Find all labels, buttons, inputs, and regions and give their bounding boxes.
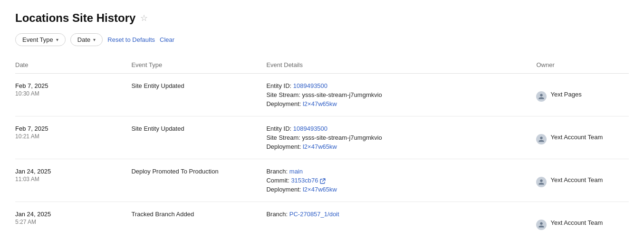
event-type-cell: Site Entity Updated [125, 116, 260, 159]
detail-line: Branch: main [266, 168, 525, 175]
detail-value: ysss-site-stream-j7umgmkvio [302, 134, 382, 141]
detail-line: Site Stream: ysss-site-stream-j7umgmkvio [266, 91, 525, 98]
owner-name: Yext Account Team [550, 219, 603, 226]
table-row: Feb 7, 2025 10:30 AM Site Entity Updated… [15, 74, 629, 116]
date-value: Jan 24, 2025 [15, 211, 120, 218]
date-value: Feb 7, 2025 [15, 82, 120, 89]
col-header-owner: Owner [530, 58, 629, 74]
date-value: Feb 7, 2025 [15, 125, 120, 132]
date-label: Date [77, 36, 90, 43]
detail-line: Entity ID: 1089493500 [266, 125, 525, 132]
event-type-cell: Tracked Branch Added [125, 202, 260, 239]
table-header-row: Date Event Type Event Details Owner [15, 58, 629, 74]
detail-label: Branch: [266, 168, 289, 175]
event-type-cell: Deploy Promoted To Production [125, 159, 260, 202]
col-header-event-details: Event Details [260, 58, 530, 74]
event-details-cell: Branch: mainCommit: 3153cb76Deployment: … [260, 159, 530, 202]
detail-line: Commit: 3153cb76 [266, 177, 525, 184]
detail-label: Deployment: [266, 143, 303, 150]
date-cell: Feb 7, 2025 10:21 AM [15, 116, 125, 159]
detail-link[interactable]: 1089493500 [293, 125, 327, 132]
detail-link[interactable]: PC-270857_1/doit [289, 211, 339, 218]
filter-row: Event Type ▾ Date ▾ Reset to Defaults Cl… [15, 33, 629, 46]
history-table: Date Event Type Event Details Owner Feb … [15, 58, 629, 239]
time-value: 10:21 AM [15, 133, 120, 140]
detail-line: Site Stream: ysss-site-stream-j7umgmkvio [266, 134, 525, 141]
detail-label: Commit: [266, 177, 291, 184]
detail-link[interactable]: l2×47w65kw [303, 186, 337, 193]
detail-line: Deployment: l2×47w65kw [266, 143, 525, 150]
external-link-icon [318, 177, 326, 184]
detail-line: Deployment: l2×47w65kw [266, 186, 525, 193]
avatar [536, 177, 547, 187]
detail-label: Entity ID: [266, 82, 293, 89]
event-type-label: Event Type [22, 36, 53, 43]
clear-button[interactable]: Clear [160, 36, 174, 43]
owner-name: Yext Pages [550, 91, 581, 98]
avatar [536, 91, 547, 102]
detail-line: Branch: PC-270857_1/doit [266, 211, 525, 218]
detail-link[interactable]: main [289, 168, 303, 175]
event-details-cell: Entity ID: 1089493500Site Stream: ysss-s… [260, 74, 530, 116]
detail-label: Entity ID: [266, 125, 293, 132]
avatar [536, 134, 547, 144]
chevron-down-icon: ▾ [93, 37, 96, 42]
owner-cell: Yext Account Team [530, 202, 629, 239]
date-filter[interactable]: Date ▾ [70, 33, 103, 46]
avatar [536, 220, 547, 230]
owner-cell: Yext Account Team [530, 159, 629, 202]
date-cell: Jan 24, 2025 5:27 AM [15, 202, 125, 239]
detail-link[interactable]: 3153cb76 [291, 177, 318, 184]
detail-link[interactable]: 1089493500 [293, 82, 327, 89]
detail-label: Branch: [266, 211, 289, 218]
event-type-cell: Site Entity Updated [125, 74, 260, 116]
time-value: 11:03 AM [15, 176, 120, 183]
star-icon[interactable]: ☆ [140, 13, 148, 23]
table-row: Jan 24, 2025 5:27 AM Tracked Branch Adde… [15, 202, 629, 239]
owner-name: Yext Account Team [550, 176, 603, 183]
time-value: 5:27 AM [15, 219, 120, 225]
page-container: Locations Site History ☆ Event Type ▾ Da… [0, 0, 644, 250]
event-type-filter[interactable]: Event Type ▾ [15, 33, 66, 46]
detail-line: Deployment: l2×47w65kw [266, 100, 525, 107]
date-value: Jan 24, 2025 [15, 168, 120, 175]
header-row: Locations Site History ☆ [15, 11, 629, 25]
page-title: Locations Site History [15, 11, 135, 25]
detail-link[interactable]: l2×47w65kw [303, 143, 337, 150]
date-cell: Feb 7, 2025 10:30 AM [15, 74, 125, 116]
event-details-cell: Branch: PC-270857_1/doit [260, 202, 530, 239]
time-value: 10:30 AM [15, 90, 120, 97]
col-header-date: Date [15, 58, 125, 74]
reset-to-defaults-button[interactable]: Reset to Defaults [107, 36, 155, 43]
detail-label: Site Stream: [266, 91, 302, 98]
detail-label: Deployment: [266, 186, 303, 193]
owner-cell: Yext Pages [530, 74, 629, 116]
detail-line: Entity ID: 1089493500 [266, 82, 525, 89]
table-row: Feb 7, 2025 10:21 AM Site Entity Updated… [15, 116, 629, 159]
owner-name: Yext Account Team [550, 134, 603, 141]
detail-value: ysss-site-stream-j7umgmkvio [302, 91, 382, 98]
col-header-event-type: Event Type [125, 58, 260, 74]
detail-label: Site Stream: [266, 134, 302, 141]
table-row: Jan 24, 2025 11:03 AM Deploy Promoted To… [15, 159, 629, 202]
event-details-cell: Entity ID: 1089493500Site Stream: ysss-s… [260, 116, 530, 159]
date-cell: Jan 24, 2025 11:03 AM [15, 159, 125, 202]
chevron-down-icon: ▾ [56, 37, 58, 42]
detail-label: Deployment: [266, 100, 303, 107]
owner-cell: Yext Account Team [530, 116, 629, 159]
detail-link[interactable]: l2×47w65kw [303, 100, 337, 107]
